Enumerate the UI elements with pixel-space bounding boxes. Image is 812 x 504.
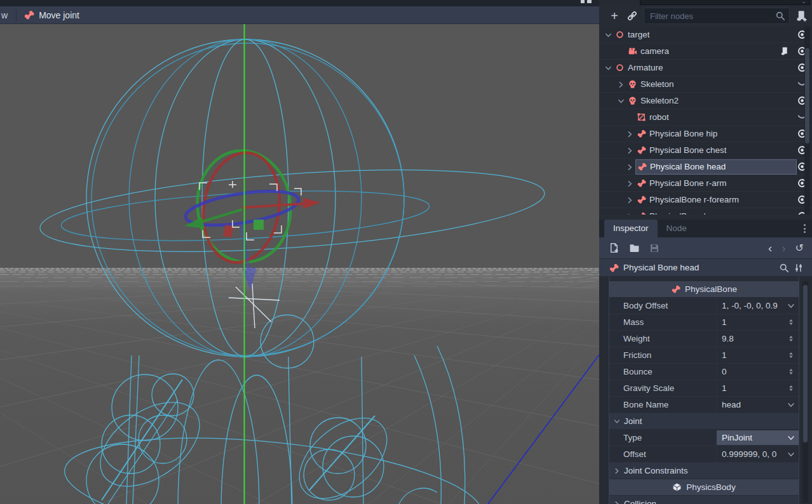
physicsbody-icon [672, 482, 682, 492]
history-icon[interactable]: ↺ [795, 242, 804, 254]
filter-properties-icon[interactable] [779, 263, 789, 273]
expand-arrow-icon[interactable] [617, 97, 626, 105]
dropdown-chevron-icon[interactable] [787, 401, 795, 409]
godot-editor-window: w Move joint [0, 0, 812, 504]
tree-row-armature[interactable]: Armature [599, 60, 812, 76]
right-dock: + target camera [599, 0, 812, 504]
cropped-top-edge [0, 0, 599, 6]
tree-row-skeleton[interactable]: Skeleton [599, 76, 812, 93]
history-back-button[interactable]: ‹ [768, 243, 772, 253]
property-row-gravity-scale[interactable]: Gravity Scale 1 [609, 380, 799, 397]
expand-arrow-icon[interactable] [626, 213, 635, 215]
attach-script-button[interactable] [795, 10, 808, 22]
expand-arrow-icon[interactable] [626, 180, 635, 187]
expand-arrow-icon[interactable] [626, 147, 635, 154]
stepper-icon[interactable] [787, 318, 795, 326]
property-row-weight[interactable]: Weight 9.8 [609, 331, 799, 347]
3d-scene-canvas[interactable] [0, 24, 599, 504]
tab-inspector[interactable]: Inspector [604, 220, 658, 237]
expand-arrow-icon[interactable] [604, 64, 614, 72]
tree-row-physical-bone-chest[interactable]: Physical Bone chest [599, 142, 812, 159]
instance-scene-button[interactable] [626, 10, 638, 22]
transform-mode-label: Move joint [39, 10, 79, 20]
class-header-physicsbody[interactable]: PhysicsBody [609, 479, 799, 496]
stepper-icon[interactable] [787, 384, 795, 392]
expand-arrow-icon[interactable] [604, 31, 614, 39]
tree-row-physicalbone-l-arm[interactable]: PhysicalBone l-arm [599, 208, 812, 215]
section-collapsed-icon [613, 467, 621, 475]
tree-row-target[interactable]: target [599, 27, 812, 43]
expand-arrow-icon[interactable] [617, 81, 626, 88]
history-forward-button[interactable]: › [782, 243, 785, 253]
spatial-icon [615, 30, 625, 39]
spatial-icon [615, 63, 625, 72]
section-joint[interactable]: Joint [609, 413, 799, 430]
scrollbar-thumb[interactable] [805, 48, 809, 143]
toolbar-separator [16, 10, 17, 21]
filter-nodes-input[interactable] [644, 8, 790, 24]
fold-chevron-icon[interactable] [787, 450, 795, 459]
scrollbar-thumb[interactable] [803, 285, 808, 442]
property-row-joint-type[interactable]: Type PinJoint [609, 430, 799, 446]
property-row-bounce[interactable]: Bounce 0 [609, 364, 799, 380]
property-row-joint-offset[interactable]: Offset 0.999999, 0, 0 [609, 446, 799, 463]
tree-row-camera[interactable]: camera [599, 43, 812, 60]
inspected-object-name: Physical Bone head [623, 263, 775, 272]
inspector-toolbar: ‹ › ↺ [599, 237, 812, 259]
tree-row-robot[interactable]: robot [599, 109, 812, 126]
class-header-physicalbone[interactable]: PhysicalBone [609, 281, 799, 298]
cropped-scene-dock-top [599, 0, 812, 5]
property-row-friction[interactable]: Friction 1 [609, 347, 799, 364]
expand-arrow-icon[interactable] [626, 196, 635, 204]
cut-off-glyph [581, 0, 585, 3]
add-node-button[interactable]: + [608, 10, 621, 22]
tree-row-physical-bone-hip[interactable]: Physical Bone hip [599, 126, 812, 142]
inspector-tab-bar: Inspector Node [599, 220, 812, 237]
property-row-body-offset[interactable]: Body Offset 1, -0, -0, 0, 0.9 [609, 298, 799, 314]
skeleton-icon [628, 96, 637, 105]
stepper-icon[interactable] [787, 368, 795, 376]
tree-row-physical-bone-r-arm[interactable]: Physical Bone r-arm [599, 175, 812, 192]
new-resource-button[interactable] [609, 242, 619, 253]
bone-icon [637, 145, 646, 155]
bone-icon [637, 211, 646, 215]
property-row-bone-name[interactable]: Bone Name head [609, 397, 799, 413]
bone-icon [637, 129, 646, 138]
chevron-down-icon [801, 1, 807, 4]
save-resource-button[interactable] [649, 243, 660, 253]
skeleton-icon [628, 79, 637, 89]
script-icon[interactable] [780, 46, 789, 56]
property-row-mass[interactable]: Mass 1 [609, 314, 799, 331]
load-resource-button[interactable] [629, 242, 640, 253]
cut-off-glyph [587, 0, 592, 3]
filter-nodes-field[interactable] [644, 8, 790, 24]
tree-row-physicalbone-r-forearm[interactable]: PhysicalBone r-forearm [599, 192, 812, 208]
bone-icon [671, 284, 680, 294]
scene-tree: target camera Armature Skeleton [599, 27, 812, 215]
viewport-panel: w Move joint [0, 0, 599, 504]
expand-arrow-icon[interactable] [626, 163, 635, 171]
tree-row-physical-bone-head[interactable]: Physical Bone head [599, 159, 812, 175]
stepper-icon[interactable] [787, 335, 795, 343]
stepper-icon[interactable] [787, 351, 795, 359]
dock-menu-icon[interactable] [804, 224, 806, 237]
section-collision[interactable]: Collision [609, 496, 799, 504]
joint-type-optionbox[interactable]: PinJoint [716, 430, 799, 445]
dropdown-chevron-icon [787, 434, 795, 442]
viewport-toolbar: w Move joint [0, 6, 599, 24]
section-collapsed-icon [613, 500, 621, 504]
section-joint-constraints[interactable]: Joint Constraints [609, 463, 799, 479]
tree-row-skeleton2[interactable]: Skeleton2 [599, 93, 812, 109]
search-icon [775, 11, 785, 21]
fold-chevron-icon[interactable] [787, 302, 795, 310]
cut-off-menu-label: w [1, 10, 8, 20]
bone-icon [24, 10, 34, 20]
expand-arrow-icon[interactable] [626, 130, 635, 138]
bone-icon [637, 162, 647, 171]
inspector-properties: PhysicalBone Body Offset 1, -0, -0, 0, 0… [609, 277, 799, 504]
bone-icon [637, 178, 646, 188]
mesh-icon [637, 112, 646, 122]
bone-icon [637, 195, 646, 204]
object-options-icon[interactable] [794, 263, 804, 273]
tab-node[interactable]: Node [658, 220, 696, 237]
